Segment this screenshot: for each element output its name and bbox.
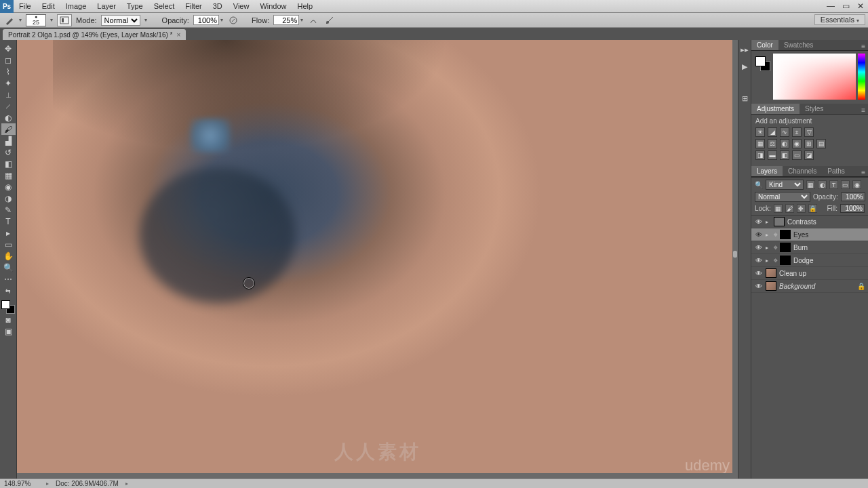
lock-all-icon[interactable]: 🔒 [808,204,817,213]
filter-pixel-icon[interactable]: ▦ [806,180,815,189]
zoom-level[interactable]: 148.97% [4,480,39,487]
filter-type-icon[interactable]: T [829,180,838,189]
actions-panel-icon[interactable]: ▶ [742,62,747,71]
disclose-icon[interactable]: ▸ [766,232,771,238]
minimize-button[interactable]: — [823,1,838,11]
type-tool-icon[interactable]: T [1,216,16,227]
brightness-adjust-icon[interactable]: ☀ [755,127,765,137]
layer-row[interactable]: 👁▸Contrasts [751,216,868,228]
visibility-toggle-icon[interactable]: 👁 [754,269,763,278]
filter-smart-icon[interactable]: ◉ [852,180,861,189]
opacity-input[interactable] [193,15,219,25]
bw-adjust-icon[interactable]: ◐ [780,139,789,148]
menu-select[interactable]: Select [149,2,180,10]
tool-preset-chevron-icon[interactable]: ▾ [19,17,22,23]
foreground-color-swatch[interactable] [1,300,10,309]
blend-mode-select[interactable]: Normal [101,15,140,26]
menu-file[interactable]: File [14,2,37,10]
filter-shape-icon[interactable]: ▭ [841,180,850,189]
horizontal-scrollbar[interactable] [17,473,732,479]
edit-toolbar-icon[interactable]: ⋯ [1,273,16,285]
layer-filter-select[interactable]: Kind [766,180,804,190]
blur-tool-icon[interactable]: ◉ [1,181,16,192]
brush-preset-chevron-icon[interactable]: ▾ [50,17,53,23]
visibility-toggle-icon[interactable]: 👁 [754,282,763,291]
selective-color-adjust-icon[interactable]: ◪ [804,150,814,160]
layer-row[interactable]: 👁Background🔒 [751,280,868,293]
layer-row[interactable]: 👁▸⎆Burn [751,241,868,254]
posterize-adjust-icon[interactable]: ▬ [768,150,777,160]
layer-row[interactable]: 👁▸⎆Eyes [751,228,868,241]
layer-row[interactable]: 👁▸⎆Dodge [751,254,868,267]
path-select-tool-icon[interactable]: ▸ [1,227,16,239]
clone-stamp-tool-icon[interactable]: ▟ [1,135,16,146]
menu-type[interactable]: Type [121,2,149,10]
levels-adjust-icon[interactable]: ◢ [768,127,777,137]
shape-tool-icon[interactable]: ▭ [1,239,16,250]
move-tool-icon[interactable]: ✥ [1,43,16,54]
lock-position-icon[interactable]: ✥ [797,204,806,213]
pen-tool-icon[interactable]: ✎ [1,204,16,216]
close-button[interactable]: ✕ [853,1,868,11]
mask-thumb[interactable] [780,243,791,252]
eraser-tool-icon[interactable]: ◧ [1,158,16,169]
invert-adjust-icon[interactable]: ◨ [755,150,765,160]
tab-color[interactable]: Color [751,40,778,50]
menu-filter[interactable]: Filter [180,2,207,10]
pressure-size-icon[interactable] [323,15,336,26]
brush-preview[interactable]: ● 25 [26,14,46,26]
menu-help[interactable]: Help [292,2,319,10]
panel-menu-icon[interactable]: ≡ [859,106,868,114]
eyedropper-tool-icon[interactable]: ⟋ [1,100,16,112]
menu-layer[interactable]: Layer [92,2,121,10]
color-swatch-pair[interactable] [755,56,770,71]
tab-styles[interactable]: Styles [800,104,829,114]
photo-filter-adjust-icon[interactable]: ◉ [792,139,802,148]
tab-adjustments[interactable]: Adjustments [751,104,800,114]
menu-edit[interactable]: Edit [37,2,60,10]
layer-thumb[interactable] [766,268,776,278]
gradient-map-adjust-icon[interactable]: ▭ [792,150,802,160]
tab-swatches[interactable]: Swatches [778,40,818,50]
screen-mode-icon[interactable]: ▣ [1,325,16,337]
vibrance-adjust-icon[interactable]: ▽ [804,127,814,137]
close-tab-icon[interactable]: × [176,31,180,39]
layer-fill-input[interactable] [840,204,865,213]
channel-mixer-adjust-icon[interactable]: ⊞ [804,139,814,148]
brush-panel-toggle-icon[interactable] [57,14,72,26]
menu-image[interactable]: Image [60,2,92,10]
brush-tool-icon[interactable]: 🖌 [1,123,16,135]
menu-view[interactable]: View [228,2,255,10]
menu-3d[interactable]: 3D [208,2,228,10]
color-swatches[interactable] [1,300,15,314]
layer-blend-mode-select[interactable]: Normal [755,192,810,202]
lasso-tool-icon[interactable]: ⌇ [1,66,16,77]
healing-brush-tool-icon[interactable]: ◐ [1,112,16,123]
marquee-tool-icon[interactable]: ◻ [1,54,16,66]
history-brush-tool-icon[interactable]: ↺ [1,146,16,158]
panel-menu-icon[interactable]: ≡ [859,43,868,50]
curves-adjust-icon[interactable]: ∿ [780,127,789,137]
visibility-toggle-icon[interactable]: 👁 [754,256,763,265]
mask-thumb[interactable] [780,230,791,239]
tab-paths[interactable]: Paths [822,166,850,176]
quick-mask-icon[interactable]: ◙ [1,314,16,325]
tab-layers[interactable]: Layers [751,166,783,176]
lock-transparency-icon[interactable]: ▦ [774,204,783,213]
disclose-icon[interactable]: ▸ [766,245,771,251]
dodge-tool-icon[interactable]: ◑ [1,192,16,204]
exposure-adjust-icon[interactable]: ± [792,127,802,137]
history-panel-icon[interactable]: ▸▸ [741,45,749,54]
color-field[interactable] [773,54,856,100]
menu-window[interactable]: Window [254,2,292,10]
hand-tool-icon[interactable]: ✋ [1,250,16,262]
document-canvas[interactable]: 人人素材 udemy [17,40,738,479]
visibility-toggle-icon[interactable]: 👁 [754,218,763,226]
hue-slider[interactable] [858,54,865,100]
filter-adjust-icon[interactable]: ◐ [818,180,827,189]
threshold-adjust-icon[interactable]: ◧ [780,150,789,160]
swap-colors-icon[interactable]: ⇆ [1,285,16,296]
document-tab[interactable]: Portrait 2 Olga 1.psd @ 149% (Eyes, Laye… [3,29,186,40]
gradient-tool-icon[interactable]: ▦ [1,169,16,181]
mask-thumb[interactable] [780,256,791,265]
